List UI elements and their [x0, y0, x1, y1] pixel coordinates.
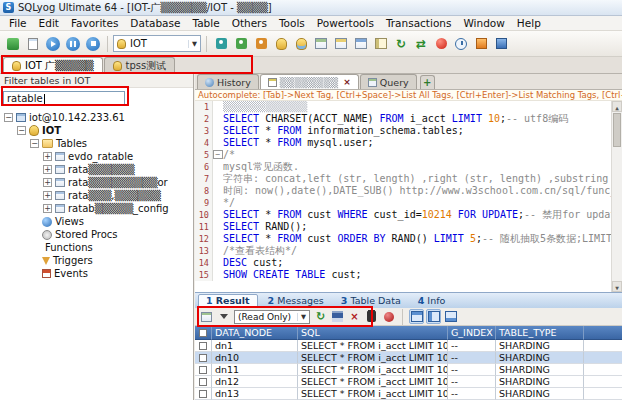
execute-query-icon[interactable]: [44, 35, 62, 53]
editor-line[interactable]: 8时间: now(),date(),DATE_SUB() http://www.…: [195, 185, 622, 197]
tree-item[interactable]: −iot@10.142.233.61: [0, 111, 193, 124]
menu-item-tools[interactable]: Tools: [273, 17, 311, 29]
table-row[interactable]: dn12SELECT * FROM i_acct LIMIT 10--SHARD…: [195, 376, 622, 388]
tab-query-file[interactable]: ▒▒▒▒▒▒▒▒ ×: [260, 74, 359, 89]
stop-query-icon[interactable]: [84, 35, 102, 53]
editor-line[interactable]: 4SELECT * FROM mysql.user;: [195, 137, 622, 149]
editor-line[interactable]: 9*/: [195, 197, 622, 209]
stop-retrieval-icon[interactable]: [381, 309, 396, 324]
connection-select[interactable]: IOT ▼: [113, 35, 201, 52]
tree-item[interactable]: Triggers: [0, 254, 193, 267]
menu-item-transactions[interactable]: Transactions: [380, 17, 458, 29]
tree-item[interactable]: Events: [0, 267, 193, 280]
execute-all-queries-icon[interactable]: [64, 35, 82, 53]
notifications-icon[interactable]: [432, 35, 450, 53]
new-connection-icon[interactable]: [4, 35, 22, 53]
tab-messages[interactable]: 2 Messages: [261, 294, 331, 308]
expand-icon[interactable]: +: [43, 178, 52, 187]
delete-row-icon[interactable]: [364, 309, 379, 324]
scroll-down-icon[interactable]: ▼: [612, 281, 622, 292]
alter-database-icon[interactable]: [292, 35, 310, 53]
text-view-icon[interactable]: [443, 309, 458, 324]
connection-tab-iot[interactable]: IOT 广▒▒▒▒▒: [3, 57, 103, 73]
new-tab-button[interactable]: +: [420, 75, 435, 89]
tree-item[interactable]: +ratab▒▒▒▒▒_config: [0, 202, 193, 215]
editor-line[interactable]: 15SHOW CREATE TABLE cust;: [195, 269, 622, 281]
scroll-up-icon[interactable]: ▲: [612, 101, 622, 112]
expand-icon[interactable]: +: [43, 152, 52, 161]
manage-indexes-icon[interactable]: [352, 35, 370, 53]
schema-sync-icon[interactable]: ⇄: [412, 35, 430, 53]
tab-info[interactable]: 4 Info: [411, 294, 453, 308]
row-checkbox[interactable]: [199, 378, 207, 386]
grid-options-dropdown-icon[interactable]: [216, 309, 231, 324]
expand-icon[interactable]: +: [43, 165, 52, 174]
tab-query[interactable]: Query: [360, 74, 417, 89]
export-data-icon[interactable]: [472, 35, 490, 53]
tree-item[interactable]: −IOT: [0, 124, 193, 137]
connection-tab-tpss[interactable]: tpss测试: [104, 57, 176, 73]
editor-line[interactable]: 10SELECT * FROM cust WHERE cust_id=10214…: [195, 209, 622, 221]
expand-icon[interactable]: +: [43, 204, 52, 213]
filter-tables-input[interactable]: ratable: [3, 91, 125, 106]
tree-item[interactable]: Views: [0, 215, 193, 228]
collapse-icon[interactable]: −: [17, 126, 26, 135]
menu-item-favorites[interactable]: Favorites: [65, 17, 124, 29]
privileges-icon[interactable]: [252, 35, 270, 53]
column-header-table_type[interactable]: TABLE_TYPE: [496, 326, 584, 340]
collapse-icon[interactable]: −: [4, 113, 13, 122]
editor-line[interactable]: 2SELECT CHARSET(ACCT_NAME) FROM i_acct L…: [195, 113, 622, 125]
row-checkbox[interactable]: [199, 390, 207, 398]
column-header-sql[interactable]: SQL: [298, 326, 448, 340]
tree-item[interactable]: −Tables: [0, 137, 193, 150]
tree-item[interactable]: +rata▒▒▒,▒▒▒▒▒▒: [0, 189, 193, 202]
row-checkbox[interactable]: [199, 342, 207, 350]
create-database-icon[interactable]: [272, 35, 290, 53]
table-row[interactable]: dn13SELECT * FROM i_acct LIMIT 10--SHARD…: [195, 388, 622, 400]
create-table-icon[interactable]: [312, 35, 330, 53]
editor-line[interactable]: 5−/*: [195, 149, 622, 161]
tree-item[interactable]: +evdo_ratable: [0, 150, 193, 163]
refresh-results-icon[interactable]: ↻: [313, 309, 328, 324]
tree-item[interactable]: +rata▒▒▒▒▒▒▒▒▒or: [0, 176, 193, 189]
fold-collapse-icon[interactable]: −: [213, 150, 223, 159]
import-data-icon[interactable]: [492, 35, 510, 53]
editor-line[interactable]: 7字符串: concat,left (str, length) ,right (…: [195, 173, 622, 185]
menu-item-edit[interactable]: Edit: [33, 17, 65, 29]
alter-table-icon[interactable]: [332, 35, 350, 53]
editor-line[interactable]: 14DESC cust;: [195, 257, 622, 269]
grid-export-icon[interactable]: [199, 309, 214, 324]
editor-line[interactable]: 12SELECT * FROM cust ORDER BY RAND() LIM…: [195, 233, 622, 245]
menu-item-window[interactable]: Window: [457, 17, 510, 29]
editor-line[interactable]: 6mysql常见函数.: [195, 161, 622, 173]
create-user-icon[interactable]: [232, 35, 250, 53]
table-row[interactable]: dn1SELECT * FROM i_acct LIMIT 10--SHARDI…: [195, 340, 622, 352]
table-row[interactable]: dn10SELECT * FROM i_acct LIMIT 10--SHARD…: [195, 352, 622, 364]
row-checkbox[interactable]: [199, 366, 207, 374]
select-all-checkbox[interactable]: [199, 329, 207, 337]
menu-item-help[interactable]: Help: [511, 17, 547, 29]
column-header-data_node[interactable]: DATA_NODE: [212, 326, 298, 340]
menu-item-database[interactable]: Database: [124, 17, 186, 29]
save-changes-icon[interactable]: [330, 309, 345, 324]
scrollbar-thumb[interactable]: [613, 113, 621, 147]
close-tab-icon[interactable]: ×: [343, 77, 351, 87]
collapse-icon[interactable]: −: [30, 139, 39, 148]
column-header-g_index[interactable]: G_INDEX: [448, 326, 496, 340]
tab-table-data[interactable]: 3 Table Data: [334, 294, 408, 308]
user-manager-icon[interactable]: [212, 35, 230, 53]
menu-item-file[interactable]: File: [3, 17, 33, 29]
discard-changes-icon[interactable]: ×: [347, 309, 362, 324]
form-view-icon[interactable]: [426, 309, 441, 324]
scheduler-icon[interactable]: [452, 35, 470, 53]
tree-item[interactable]: +rata▒▒▒▒▒▒: [0, 163, 193, 176]
editor-line[interactable]: 13/*查看表结构*/: [195, 245, 622, 257]
tree-item[interactable]: Stored Procs: [0, 228, 193, 241]
edit-mode-select[interactable]: (Read Only) ▼: [234, 310, 310, 324]
menu-item-others[interactable]: Others: [226, 17, 273, 29]
refresh-object-browser-icon[interactable]: ↻: [392, 35, 410, 53]
tree-item[interactable]: Functions: [0, 241, 193, 254]
editor-line[interactable]: 1▒▒▒▒▒▒▒▒▒▒▒▒▒▒: [195, 101, 622, 113]
menu-item-powertools[interactable]: Powertools: [311, 17, 380, 29]
row-checkbox[interactable]: [199, 354, 207, 362]
